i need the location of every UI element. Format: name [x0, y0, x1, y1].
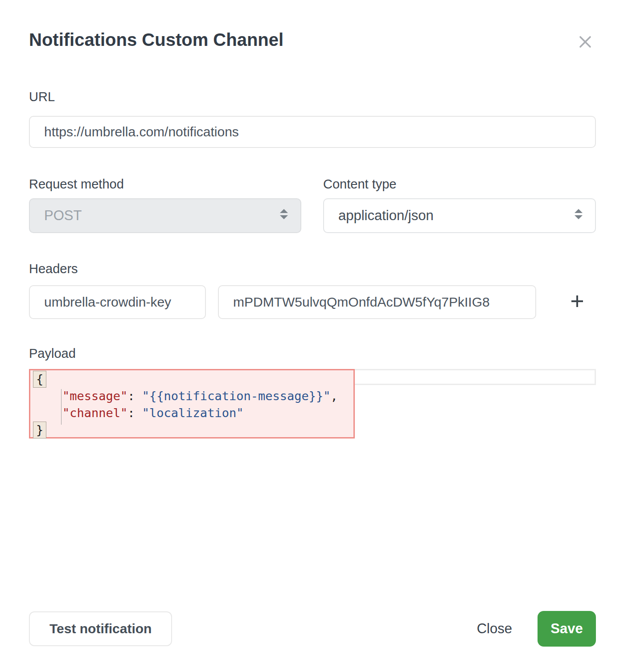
content-type-select[interactable]: application/json — [323, 198, 596, 233]
content-type-label: Content type — [323, 176, 596, 192]
payload-editor[interactable]: { "message": "{{notification-message}}",… — [29, 369, 596, 439]
plus-icon — [570, 294, 584, 310]
header-key-input[interactable] — [29, 285, 206, 319]
request-method-field: Request method POST — [29, 176, 301, 233]
select-arrows-icon — [574, 208, 583, 224]
method-contenttype-row: Request method POST Content type applica… — [29, 176, 596, 233]
code-line-message: "message": "{{notification-message}}", — [33, 388, 353, 405]
add-header-button[interactable] — [570, 294, 584, 310]
save-button[interactable]: Save — [538, 611, 596, 647]
code-line-channel: "channel": "localization" — [33, 405, 353, 422]
code-line-close: } — [33, 422, 353, 438]
close-button[interactable]: Close — [477, 621, 512, 637]
request-method-select[interactable]: POST — [29, 198, 301, 233]
select-arrows-icon — [279, 208, 289, 224]
footer-actions: Close Save — [477, 611, 596, 647]
headers-row — [29, 285, 596, 319]
matching-bracket-highlight: { — [33, 371, 46, 388]
headers-label: Headers — [29, 261, 596, 276]
indent-guide — [61, 389, 62, 425]
dialog-title: Notifications Custom Channel — [29, 29, 283, 51]
request-method-value: POST — [44, 208, 82, 224]
dialog-header: Notifications Custom Channel — [29, 0, 596, 54]
content-type-value: application/json — [338, 208, 434, 224]
close-icon[interactable] — [575, 31, 596, 54]
url-label: URL — [29, 89, 596, 104]
dialog-footer: Test notification Close Save — [29, 611, 596, 647]
request-method-label: Request method — [29, 176, 301, 192]
code-line-open: { — [33, 371, 353, 388]
payload-code-block[interactable]: { "message": "{{notification-message}}",… — [29, 369, 355, 438]
matching-bracket-highlight: } — [33, 422, 46, 438]
payload-label: Payload — [29, 346, 596, 361]
header-value-input[interactable] — [218, 285, 536, 319]
notifications-custom-channel-dialog: Notifications Custom Channel URL Request… — [0, 0, 624, 647]
url-input[interactable] — [29, 116, 596, 148]
test-notification-button[interactable]: Test notification — [29, 611, 172, 646]
content-type-field: Content type application/json — [323, 176, 596, 233]
